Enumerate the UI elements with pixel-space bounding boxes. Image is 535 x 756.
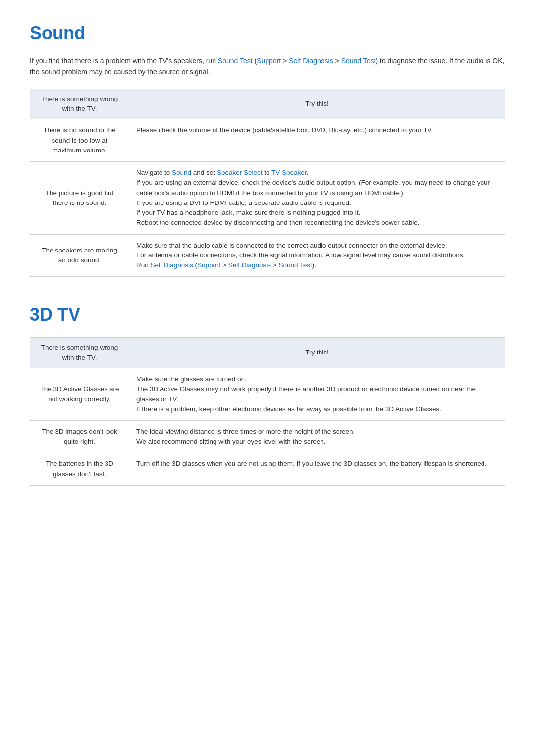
solution-cell: Navigate to Sound and set Speaker Select… [129,162,505,235]
support-link1[interactable]: Support [257,57,281,65]
inline-link[interactable]: Self Diagnosis [228,261,271,269]
sound-test-link1[interactable]: Sound Test [218,57,253,65]
sound-test-link2[interactable]: Sound Test [341,57,376,65]
problem-cell: There is no sound or the sound is too lo… [30,119,129,162]
sound-col1-header: There is something wrong with the TV. [30,89,129,119]
solution-cell: Turn off the 3D glasses when you are not… [129,453,505,486]
table-row: The 3D images don't look quite right.The… [30,420,505,453]
table-row: There is no sound or the sound is too lo… [30,119,505,162]
solution-cell: Make sure the glasses are turned on.The … [129,368,505,420]
table-row: The batteries in the 3D glasses don't la… [30,453,505,486]
problem-cell: The batteries in the 3D glasses don't la… [30,453,129,486]
sound-table: There is something wrong with the TV. Tr… [30,89,505,277]
inline-link[interactable]: Sound [172,169,191,176]
sound-intro: If you find that there is a problem with… [30,55,505,78]
tv3d-table: There is something wrong with the TV. Tr… [30,337,505,486]
sound-intro-text1: If you find that there is a problem with… [30,57,218,65]
tv3d-col2-header: Try this! [129,338,505,368]
problem-cell: The 3D images don't look quite right. [30,420,129,453]
table-row: The speakers are making an odd sound.Mak… [30,234,505,277]
sound-intro-arrow1: > [281,57,289,65]
problem-cell: The 3D Active Glasses are not working co… [30,368,129,420]
inline-link[interactable]: Speaker Select [217,169,263,176]
solution-cell: The ideal viewing distance is three time… [129,420,505,453]
sound-intro-arrow2: > [333,57,341,65]
inline-link[interactable]: Self Diagnosis [151,261,193,269]
inline-link[interactable]: Support [197,261,220,269]
table-row: The 3D Active Glasses are not working co… [30,368,505,420]
self-diagnosis-link1[interactable]: Self Diagnosis [289,57,333,65]
sound-col2-header: Try this! [129,89,505,119]
tv3d-title: 3D TV [30,302,505,328]
tv3d-col1-header: There is something wrong with the TV. [30,338,129,368]
sound-title: Sound [30,20,505,47]
inline-link[interactable]: TV Speaker [271,169,307,176]
table-row: The picture is good but there is no soun… [30,162,505,235]
problem-cell: The picture is good but there is no soun… [30,162,129,235]
solution-cell: Make sure that the audio cable is connec… [129,234,505,277]
inline-link[interactable]: Sound Test [278,261,312,269]
solution-cell: Please check the volume of the device (c… [129,119,505,162]
problem-cell: The speakers are making an odd sound. [30,234,129,277]
sound-intro-mid1: ( [253,57,257,65]
